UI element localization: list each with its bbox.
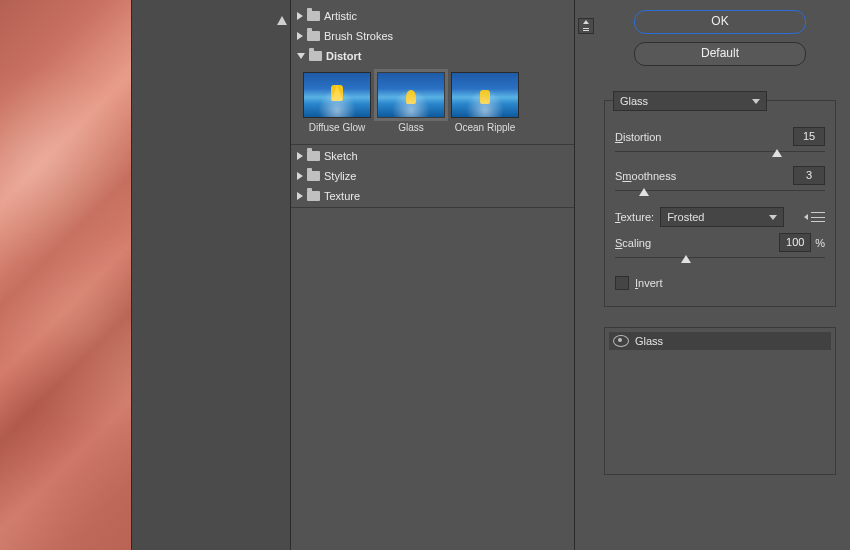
- preview-sidebar: [132, 0, 291, 550]
- folder-icon: [309, 51, 322, 61]
- thumb-label: Ocean Ripple: [449, 122, 521, 133]
- category-label: Sketch: [324, 150, 358, 162]
- invert-label: Invert: [635, 277, 663, 289]
- distortion-label: Distortion: [615, 131, 661, 143]
- smoothness-label: Smoothness: [615, 170, 676, 182]
- scaling-slider[interactable]: [615, 254, 825, 266]
- distortion-input[interactable]: 15: [793, 127, 825, 146]
- category-distort[interactable]: Distort: [291, 46, 574, 66]
- filter-settings-panel: Glass Distortion 15 Smoothness 3 Texture…: [604, 100, 836, 307]
- smoothness-input[interactable]: 3: [793, 166, 825, 185]
- visibility-eye-icon[interactable]: [613, 335, 629, 347]
- category-label: Artistic: [324, 10, 357, 22]
- effect-layers-panel: Glass: [604, 327, 836, 475]
- param-smoothness: Smoothness 3: [615, 166, 825, 185]
- filter-select[interactable]: Glass: [613, 91, 767, 111]
- category-artistic[interactable]: Artistic: [291, 6, 574, 26]
- chevron-down-icon: [752, 99, 760, 104]
- category-brush-strokes[interactable]: Brush Strokes: [291, 26, 574, 46]
- thumb-label: Diffuse Glow: [301, 122, 373, 133]
- category-stylize[interactable]: Stylize: [291, 166, 574, 186]
- param-invert: Invert: [615, 276, 825, 290]
- scaling-input[interactable]: 100: [779, 233, 811, 252]
- texture-label: Texture:: [615, 211, 654, 223]
- default-button[interactable]: Default: [634, 42, 806, 66]
- filter-thumb-ocean-ripple[interactable]: Ocean Ripple: [449, 72, 521, 133]
- chevron-right-icon: [297, 32, 303, 40]
- scaling-label: Scaling: [615, 237, 651, 249]
- filter-select-value: Glass: [620, 95, 648, 107]
- param-scaling: Scaling 100 %: [615, 233, 825, 252]
- category-label: Distort: [326, 50, 361, 62]
- chevron-right-icon: [297, 172, 303, 180]
- category-label: Texture: [324, 190, 360, 202]
- texture-menu-icon[interactable]: [811, 212, 825, 222]
- category-label: Brush Strokes: [324, 30, 393, 42]
- filter-thumb-glass[interactable]: Glass: [375, 72, 447, 133]
- texture-select[interactable]: Frosted: [660, 207, 784, 227]
- category-texture[interactable]: Texture: [291, 186, 574, 206]
- category-label: Stylize: [324, 170, 356, 182]
- chevron-right-icon: [297, 12, 303, 20]
- folder-icon: [307, 151, 320, 161]
- chevron-right-icon: [297, 192, 303, 200]
- param-distortion: Distortion 15: [615, 127, 825, 146]
- distort-thumbnails: Diffuse Glow Glass Ocean Ripple: [291, 66, 574, 143]
- folder-icon: [307, 31, 320, 41]
- scaling-unit: %: [815, 237, 825, 249]
- effect-layer-row[interactable]: Glass: [609, 332, 831, 350]
- chevron-right-icon: [297, 152, 303, 160]
- thumb-label: Glass: [375, 122, 447, 133]
- ok-button[interactable]: OK: [634, 10, 806, 34]
- category-sketch[interactable]: Sketch: [291, 146, 574, 166]
- param-texture: Texture: Frosted: [615, 207, 825, 227]
- filter-gallery: Artistic Brush Strokes Distort Diffuse G…: [291, 0, 575, 550]
- folder-icon: [307, 11, 320, 21]
- invert-checkbox[interactable]: [615, 276, 629, 290]
- preview-canvas[interactable]: [0, 0, 132, 550]
- expand-panel-icon[interactable]: [578, 18, 594, 34]
- chevron-down-icon: [769, 215, 777, 220]
- effect-layer-name: Glass: [635, 335, 663, 347]
- chevron-down-icon: [297, 53, 305, 59]
- distortion-slider[interactable]: [615, 148, 825, 160]
- folder-icon: [307, 191, 320, 201]
- texture-select-value: Frosted: [667, 211, 704, 223]
- folder-icon: [307, 171, 320, 181]
- scroll-up-icon[interactable]: [277, 16, 287, 25]
- controls-panel: OK Default Glass Distortion 15 Smoothnes…: [600, 0, 850, 550]
- filter-thumb-diffuse-glow[interactable]: Diffuse Glow: [301, 72, 373, 133]
- smoothness-slider[interactable]: [615, 187, 825, 199]
